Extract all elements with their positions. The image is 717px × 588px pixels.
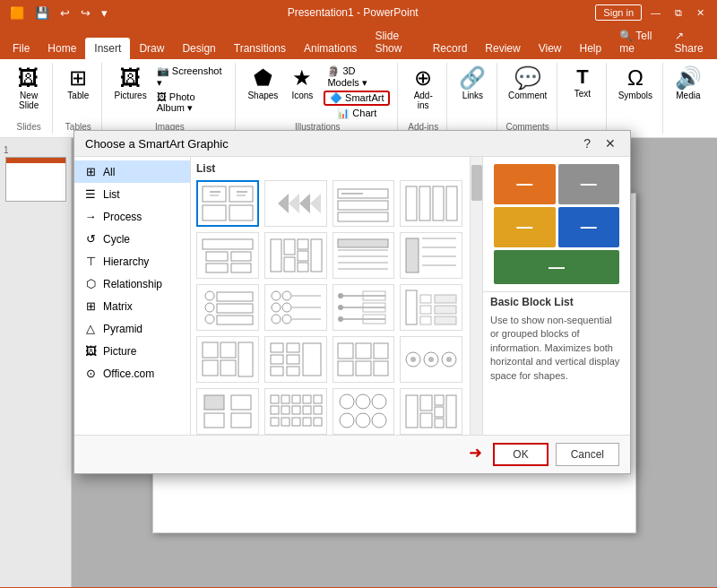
dialog-close-button[interactable]: ✕: [601, 136, 619, 151]
table-icon: ⊞: [69, 67, 87, 89]
svg-point-54: [272, 315, 281, 324]
svg-rect-74: [220, 342, 236, 358]
tab-help[interactable]: Help: [570, 38, 610, 59]
tab-design[interactable]: Design: [173, 38, 224, 59]
graphic-item-16[interactable]: [400, 336, 462, 383]
graphic-item-18[interactable]: [264, 388, 327, 435]
tab-insert[interactable]: Insert: [85, 38, 130, 59]
category-relationship[interactable]: ⬡ Relationship: [74, 272, 190, 295]
category-officecom[interactable]: ⊙ Office.com: [74, 362, 190, 385]
tab-view[interactable]: View: [530, 38, 571, 59]
symbols-button[interactable]: Ω Symbols: [614, 65, 657, 103]
svg-rect-21: [206, 252, 228, 261]
scrollbar-thumb[interactable]: [471, 165, 482, 201]
category-cycle[interactable]: ↺ Cycle: [74, 228, 190, 250]
graphic-item-11[interactable]: [333, 284, 395, 331]
category-process[interactable]: → Process: [74, 205, 190, 228]
graphic-item-7[interactable]: [333, 232, 395, 279]
svg-rect-65: [363, 315, 385, 324]
ribbon-content: 🖼 NewSlide Slides ⊞ Table Tables 🖼 Pictu…: [0, 59, 717, 138]
graphic-item-15[interactable]: [333, 336, 395, 383]
category-list[interactable]: ☰ List: [74, 183, 190, 205]
category-hierarchy[interactable]: ⊤ Hierarchy: [74, 250, 190, 272]
ok-button[interactable]: OK: [493, 443, 548, 466]
svg-rect-107: [281, 406, 289, 414]
dialog-help-button[interactable]: ?: [580, 136, 594, 151]
svg-rect-112: [281, 418, 289, 426]
screenshot-button[interactable]: 📷 Screenshot ▾: [153, 65, 229, 90]
graphic-item-4[interactable]: [400, 180, 462, 227]
undo-icon[interactable]: ↩: [57, 4, 73, 22]
links-icon: 🔗: [459, 67, 486, 89]
text-button[interactable]: T Text: [565, 65, 600, 101]
tab-slideshow[interactable]: Slide Show: [366, 25, 423, 59]
tab-share[interactable]: ↗ Share: [666, 25, 713, 59]
graphic-item-9[interactable]: [196, 284, 259, 331]
ok-arrow-icon: ➜: [469, 443, 482, 466]
close-button[interactable]: ✕: [691, 5, 710, 21]
tab-file[interactable]: File: [4, 38, 39, 59]
photo-album-button[interactable]: 🖼 Photo Album ▾: [153, 91, 229, 115]
svg-rect-32: [338, 239, 388, 247]
cancel-button[interactable]: Cancel: [556, 443, 619, 466]
tab-home[interactable]: Home: [39, 38, 85, 59]
links-button[interactable]: 🔗 Links: [454, 65, 490, 103]
tab-record[interactable]: Record: [424, 38, 477, 59]
svg-rect-13: [338, 201, 388, 210]
icons-button[interactable]: ★ Icons: [284, 65, 320, 103]
svg-rect-67: [420, 295, 431, 303]
graphic-item-3[interactable]: [333, 180, 395, 227]
graphic-item-14[interactable]: [264, 336, 327, 383]
svg-rect-27: [284, 257, 295, 272]
svg-rect-105: [314, 395, 322, 403]
tab-transitions[interactable]: Transitions: [225, 38, 295, 59]
graphic-item-20[interactable]: [400, 388, 462, 435]
restore-button[interactable]: ⧉: [669, 5, 687, 21]
category-picture[interactable]: 🖼 Picture: [74, 340, 190, 362]
graphic-item-8[interactable]: [400, 232, 462, 279]
addins-button[interactable]: ⊕ Add-ins: [405, 65, 441, 113]
graphic-item-17[interactable]: [196, 388, 259, 435]
chart-button[interactable]: 📊 Chart: [324, 107, 390, 120]
table-button[interactable]: ⊞ Table: [60, 65, 96, 103]
svg-rect-29: [298, 251, 308, 261]
ribbon-group-text: T Text: [559, 63, 607, 134]
graphic-item-19[interactable]: [333, 388, 395, 435]
shapes-button[interactable]: ⬟ Shapes: [245, 65, 281, 103]
category-pyramid[interactable]: △ Pyramid: [74, 317, 190, 340]
graphic-item-12[interactable]: [400, 284, 462, 331]
graphic-item-1[interactable]: [196, 180, 259, 227]
scrollbar-track[interactable]: [470, 157, 482, 435]
save-icon[interactable]: 💾: [32, 4, 52, 22]
comment-button[interactable]: 💬 Comment: [504, 65, 551, 103]
svg-rect-72: [435, 316, 456, 324]
graphic-item-10[interactable]: [264, 284, 327, 331]
customize-qat-icon[interactable]: ▾: [99, 4, 110, 22]
graphic-item-2[interactable]: [264, 180, 327, 227]
tab-review[interactable]: Review: [476, 38, 529, 59]
category-all[interactable]: ⊞ All: [74, 160, 190, 183]
picture-icon: 🖼: [83, 344, 98, 358]
smartart-button[interactable]: 🔷 SmartArt: [324, 91, 390, 106]
svg-point-121: [372, 413, 386, 428]
graphic-item-5[interactable]: [196, 232, 259, 279]
redo-icon[interactable]: ↪: [78, 4, 93, 22]
tab-draw[interactable]: Draw: [130, 38, 173, 59]
svg-rect-30: [298, 263, 308, 272]
category-matrix[interactable]: ⊞ Matrix: [74, 295, 190, 317]
slide-thumbnail[interactable]: [5, 157, 66, 202]
media-button[interactable]: 🔊 Media: [670, 65, 706, 103]
tab-tellme[interactable]: 🔍 Tell me: [610, 25, 665, 59]
all-icon: ⊞: [83, 165, 98, 178]
pictures-button[interactable]: 🖼 Pictures: [111, 65, 149, 103]
new-slide-button[interactable]: 🖼 NewSlide: [11, 65, 47, 113]
signin-button[interactable]: Sign in: [595, 4, 642, 21]
graphic-item-6[interactable]: [264, 232, 327, 279]
3d-models-button[interactable]: 🗿 3D Models ▾: [324, 65, 390, 90]
svg-rect-80: [271, 367, 283, 376]
pictures-icon: 🖼: [120, 67, 142, 89]
svg-rect-128: [446, 395, 456, 428]
tab-animations[interactable]: Animations: [295, 38, 366, 59]
minimize-button[interactable]: —: [645, 5, 666, 20]
graphic-item-13[interactable]: [196, 336, 259, 383]
